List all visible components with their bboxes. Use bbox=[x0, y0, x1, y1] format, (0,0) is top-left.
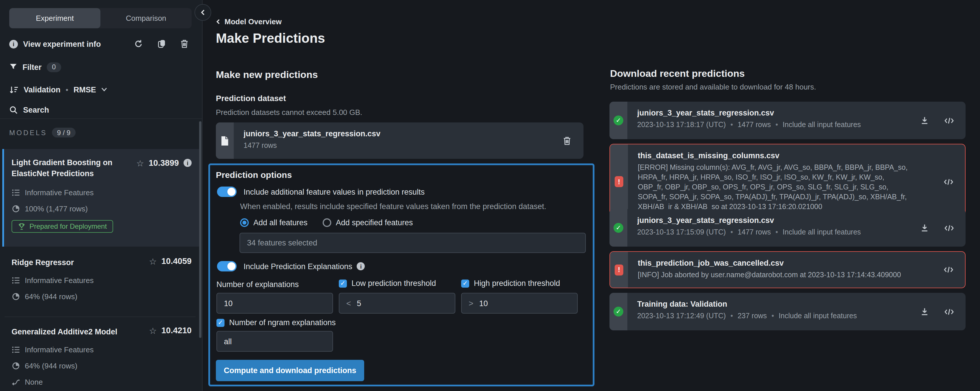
high-threshold-input[interactable]: > 10 bbox=[461, 293, 578, 314]
breadcrumb-label: Model Overview bbox=[224, 18, 282, 26]
star-icon[interactable]: ☆ bbox=[136, 158, 144, 167]
include-features-hint: When enabled, results include specified … bbox=[240, 202, 546, 211]
sidebar-scrollbar[interactable] bbox=[199, 121, 201, 338]
prediction-options-title: Prediction options bbox=[216, 170, 292, 180]
prediction-options-panel: Prediction options Include additional fe… bbox=[208, 163, 595, 386]
filter-label: Filter bbox=[22, 63, 41, 71]
remove-dataset-icon[interactable] bbox=[562, 136, 572, 145]
radio-add-all-label: Add all features bbox=[253, 218, 308, 227]
prepared-for-deployment-badge: Prepared for Deployment bbox=[11, 220, 113, 233]
recent-prediction-card-error: ! this_dataset_is_missing_columns.csv [E… bbox=[609, 144, 966, 219]
experiment-actions bbox=[133, 37, 189, 51]
file-icon bbox=[221, 136, 229, 146]
download-icon[interactable] bbox=[920, 115, 929, 125]
deploy-badge-label: Prepared for Deployment bbox=[29, 222, 107, 230]
ngram-checkbox[interactable] bbox=[216, 319, 224, 327]
view-experiment-info[interactable]: i View experiment info bbox=[9, 37, 101, 51]
low-threshold-checkbox[interactable] bbox=[339, 279, 347, 287]
code-icon[interactable] bbox=[944, 223, 954, 233]
status-strip: ! bbox=[610, 252, 628, 287]
low-threshold-label: Low prediction threshold bbox=[352, 279, 436, 287]
less-than-operator: < bbox=[346, 298, 351, 308]
error-exclamation-icon: ! bbox=[615, 264, 623, 275]
recent-predictions-subtitle: Predictions are stored and available to … bbox=[610, 83, 816, 91]
code-icon[interactable] bbox=[943, 265, 953, 274]
features-selected-input[interactable] bbox=[240, 233, 586, 253]
recent-prediction-card-error: ! this_prediction_job_was_cancelled.csv … bbox=[609, 251, 966, 288]
sort-partition: Validation bbox=[24, 85, 60, 94]
tab-experiment[interactable]: Experiment bbox=[9, 8, 100, 28]
tab-comparison[interactable]: Comparison bbox=[100, 8, 192, 28]
chevron-down-icon bbox=[101, 87, 108, 92]
include-explanations-toggle[interactable] bbox=[217, 261, 237, 271]
model-feature-list: Informative Features bbox=[25, 345, 94, 354]
status-strip: ✓ bbox=[609, 209, 627, 247]
code-icon[interactable] bbox=[944, 307, 954, 316]
model-name: Light Gradient Boosting on ElasticNet Pr… bbox=[11, 157, 130, 179]
view-experiment-info-label: View experiment info bbox=[23, 40, 101, 48]
num-explanations-input[interactable] bbox=[216, 293, 333, 314]
breadcrumb[interactable]: Model Overview bbox=[216, 18, 282, 26]
status-strip: ! bbox=[610, 144, 628, 219]
delete-experiment-icon[interactable] bbox=[180, 39, 189, 49]
prediction-rows: 1477 rows bbox=[726, 228, 771, 236]
status-strip: ✓ bbox=[609, 102, 627, 139]
score-info-icon[interactable]: i bbox=[183, 159, 192, 167]
trophy-icon bbox=[18, 223, 25, 230]
dataset-file-name: juniors_3_year_stats_regression.csv bbox=[243, 129, 556, 138]
compute-download-button[interactable]: Compute and download predictions bbox=[216, 360, 364, 381]
prediction-rows: 237 rows bbox=[726, 312, 767, 320]
prediction-dataset-label: Prediction dataset bbox=[216, 94, 286, 103]
model-link-info: None bbox=[25, 378, 43, 386]
model-feature-list: Informative Features bbox=[25, 276, 94, 285]
chevron-left-icon bbox=[216, 19, 221, 25]
link-icon bbox=[11, 378, 20, 386]
radio-add-all-features[interactable] bbox=[240, 218, 249, 227]
recent-predictions-title: Download recent predictions bbox=[610, 68, 745, 80]
dataset-file-rows: 1477 rows bbox=[243, 142, 277, 150]
radio-add-specified-features[interactable] bbox=[323, 218, 331, 227]
model-card-ridge-regressor[interactable]: Ridge Regressor ☆ 10.4059 Informative Fe… bbox=[2, 249, 200, 316]
star-icon[interactable]: ☆ bbox=[149, 257, 157, 265]
download-icon[interactable] bbox=[920, 307, 929, 316]
prediction-timestamp: 2023-10-13 17:12:49 (UTC) bbox=[637, 312, 726, 320]
low-threshold-input[interactable]: < 5 bbox=[339, 293, 455, 314]
feature-list-icon bbox=[11, 276, 20, 285]
code-icon[interactable] bbox=[944, 115, 954, 125]
download-icon[interactable] bbox=[920, 223, 929, 233]
search-label: Search bbox=[23, 105, 49, 114]
prediction-file-name: juniors_3_year_stats_regression.csv bbox=[637, 216, 914, 225]
status-strip: ✓ bbox=[609, 293, 627, 330]
search-icon bbox=[9, 105, 18, 114]
prediction-file-name: juniors_3_year_stats_regression.csv bbox=[637, 109, 914, 117]
prediction-timestamp: 2023-10-13 17:18:17 (UTC) bbox=[637, 121, 726, 129]
include-features-toggle[interactable] bbox=[217, 187, 237, 197]
copy-icon[interactable] bbox=[156, 39, 166, 49]
filter-control[interactable]: Filter 0 bbox=[9, 60, 61, 74]
sort-icon bbox=[9, 85, 19, 94]
model-card-generalized-additive2[interactable]: Generalized Additive2 Model ☆ 10.4210 In… bbox=[2, 318, 200, 391]
success-check-icon: ✓ bbox=[614, 307, 623, 316]
code-icon[interactable] bbox=[943, 177, 953, 187]
info-icon: i bbox=[9, 40, 18, 48]
model-card-light-gradient-boosting[interactable]: Light Gradient Boosting on ElasticNet Pr… bbox=[2, 149, 200, 247]
model-name: Ridge Regressor bbox=[11, 257, 130, 268]
success-check-icon: ✓ bbox=[614, 115, 623, 125]
explanations-info-icon[interactable]: i bbox=[357, 262, 365, 270]
feature-list-icon bbox=[11, 345, 20, 354]
model-score: 10.4059 bbox=[161, 257, 192, 266]
ngram-input[interactable] bbox=[216, 331, 333, 352]
high-threshold-checkbox[interactable] bbox=[461, 279, 469, 287]
high-threshold-value: 10 bbox=[479, 299, 488, 308]
greater-than-operator: > bbox=[469, 298, 473, 308]
radio-add-specified-label: Add specified features bbox=[336, 218, 413, 227]
model-name: Generalized Additive2 Model bbox=[11, 326, 130, 337]
app-root: Experiment Comparison i View experiment … bbox=[0, 0, 980, 391]
star-icon[interactable]: ☆ bbox=[149, 326, 157, 335]
search-control[interactable]: Search bbox=[9, 103, 49, 117]
sidebar-collapse-button[interactable] bbox=[194, 4, 211, 21]
refresh-icon[interactable] bbox=[133, 39, 143, 49]
prediction-error-message: [ERROR] Missing column(s): AVG_fr, AVG_j… bbox=[638, 163, 938, 212]
sort-control[interactable]: Validation • RMSE bbox=[9, 83, 108, 96]
recent-prediction-card: ✓ Training data: Validation 2023-10-13 1… bbox=[609, 293, 966, 330]
